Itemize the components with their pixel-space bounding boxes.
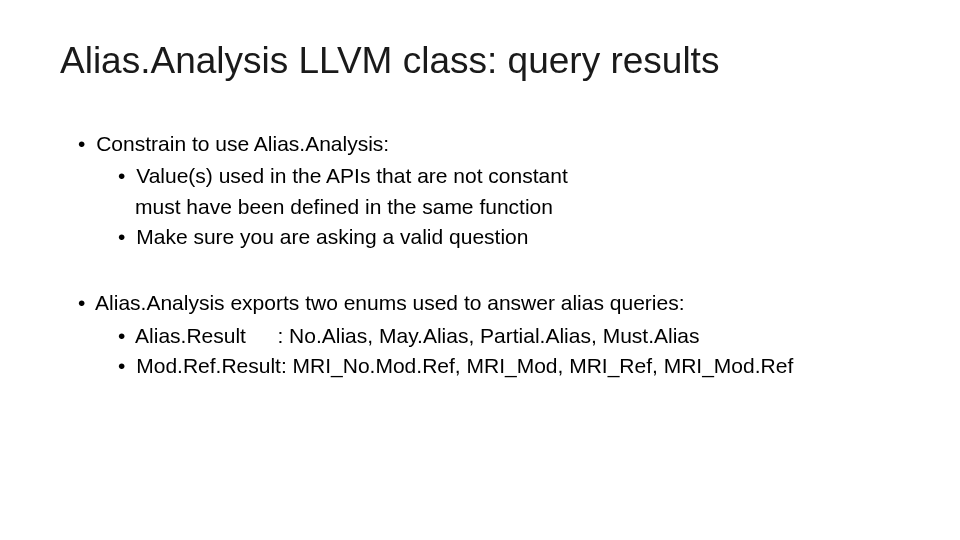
bullet-level2: • Make sure you are asking a valid quest…	[118, 223, 900, 251]
bullet-text: must have been defined in the same funct…	[135, 195, 553, 218]
bullet-marker: •	[78, 132, 85, 155]
bullet-marker: •	[118, 354, 125, 377]
bullet-level1: • Alias.Analysis exports two enums used …	[78, 289, 900, 317]
bullet-marker: •	[118, 324, 125, 347]
bullet-text: Alias.Analysis exports two enums used to…	[95, 291, 684, 314]
bullet-text: Mod.Ref.Result: MRI_No.Mod.Ref, MRI_Mod,…	[136, 354, 793, 377]
bullet-text: Alias.Result : No.Alias, May.Alias, Part…	[135, 324, 699, 347]
bullet-continuation: must have been defined in the same funct…	[135, 193, 900, 221]
bullet-text: Make sure you are asking a valid questio…	[136, 225, 528, 248]
bullet-text: Constrain to use Alias.Analysis:	[96, 132, 389, 155]
slide-title: Alias.Analysis LLVM class: query results	[60, 40, 900, 82]
bullet-marker: •	[118, 164, 125, 187]
bullet-level2: • Value(s) used in the APIs that are not…	[118, 162, 900, 190]
spacer	[60, 253, 900, 289]
bullet-level2: • Mod.Ref.Result: MRI_No.Mod.Ref, MRI_Mo…	[118, 352, 900, 380]
bullet-level2: • Alias.Result : No.Alias, May.Alias, Pa…	[118, 322, 900, 350]
bullet-text: Value(s) used in the APIs that are not c…	[136, 164, 568, 187]
bullet-marker: •	[78, 291, 85, 314]
slide-content: • Constrain to use Alias.Analysis: • Val…	[60, 130, 900, 380]
bullet-level1: • Constrain to use Alias.Analysis:	[78, 130, 900, 158]
slide-container: Alias.Analysis LLVM class: query results…	[0, 0, 960, 540]
bullet-marker: •	[118, 225, 125, 248]
